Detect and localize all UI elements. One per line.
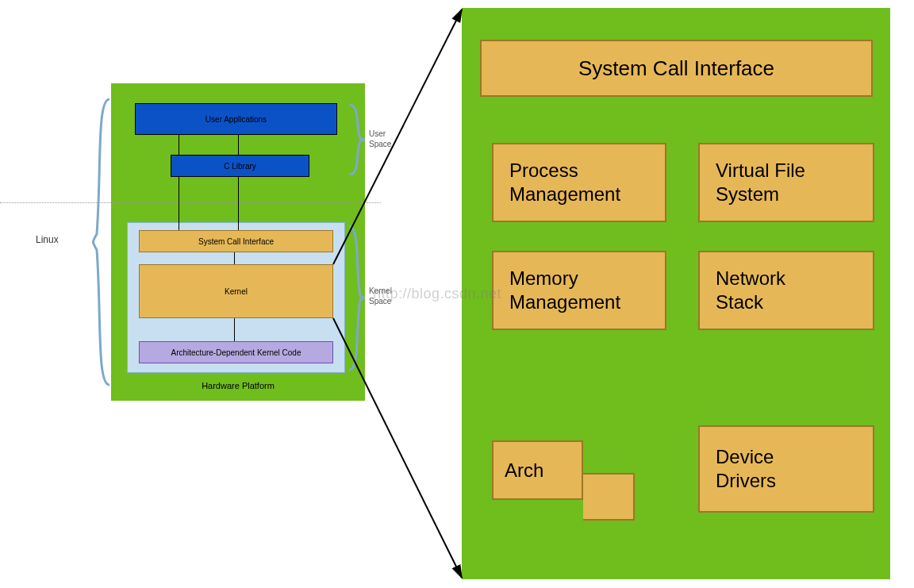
brace-kernel-space-icon — [348, 225, 365, 371]
connector-line — [238, 135, 239, 155]
device-drivers-box: Device Drivers — [698, 425, 874, 513]
sci-box: System Call Interface — [139, 230, 333, 252]
process-management-box: Process Management — [492, 143, 666, 222]
dotted-separator — [0, 202, 381, 203]
arch-dependent-code-box: Architecture-Dependent Kernel Code — [139, 341, 333, 363]
hardware-platform-label: Hardware Platform — [127, 381, 349, 390]
user-space-label: User Space — [369, 129, 391, 149]
connector-line — [238, 177, 239, 230]
sci-big-box: System Call Interface — [480, 40, 873, 97]
connector-line — [234, 318, 235, 341]
watermark-text: http://blog.csdn.net — [373, 286, 501, 302]
brace-linux-icon — [87, 95, 111, 389]
connector-line — [179, 177, 179, 230]
linux-label: Linux — [36, 234, 59, 245]
connector-line — [234, 252, 235, 264]
memory-management-box: Memory Management — [492, 251, 666, 330]
user-applications-box: User Applications — [135, 103, 337, 135]
kernel-box: Kernel — [139, 264, 333, 318]
arch-puzzle-tab — [583, 473, 635, 521]
network-stack-box: Network Stack — [698, 251, 874, 330]
virtual-file-system-box: Virtual File System — [698, 143, 874, 222]
connector-line — [179, 135, 179, 155]
arch-box: Arch — [492, 440, 583, 500]
diagram-root: Linux User Applications C Library System… — [0, 0, 914, 588]
brace-user-space-icon — [348, 103, 365, 176]
c-library-box: C Library — [171, 155, 309, 177]
